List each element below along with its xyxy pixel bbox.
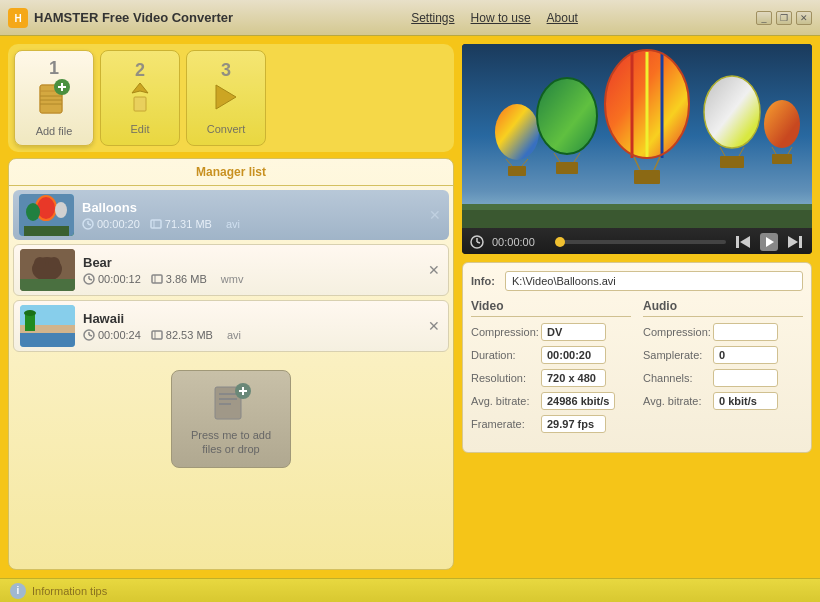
- video-audio-columns: Video Compression: DV Duration: 00:00:20…: [471, 299, 803, 438]
- minimize-button[interactable]: _: [756, 11, 772, 25]
- about-link[interactable]: About: [547, 11, 578, 25]
- duration-balloons: 00:00:20: [82, 218, 140, 230]
- skip-back-icon[interactable]: [734, 233, 752, 251]
- close-button[interactable]: ✕: [796, 11, 812, 25]
- manager-section: Manager list: [8, 158, 454, 570]
- titlebar-nav: Settings How to use About: [411, 11, 578, 25]
- svg-point-17: [55, 202, 67, 218]
- settings-link[interactable]: Settings: [411, 11, 454, 25]
- file-info-hawaii: Hawaii 00:00:24 82.53 MB avi: [83, 311, 426, 341]
- close-bear[interactable]: ✕: [426, 262, 442, 278]
- duration-label: Duration:: [471, 349, 541, 361]
- size-balloons: 71.31 MB: [150, 218, 212, 230]
- svg-rect-70: [634, 170, 660, 184]
- svg-rect-45: [219, 393, 237, 395]
- file-info-balloons: Balloons 00:00:20 71.31 MB avi: [82, 200, 427, 230]
- file-item-balloons[interactable]: Balloons 00:00:20 71.31 MB avi: [13, 190, 449, 240]
- compression-label: Compression:: [471, 326, 541, 338]
- compression-row: Compression: DV: [471, 323, 631, 341]
- a-compression-row: Compression:: [643, 323, 803, 341]
- svg-line-31: [89, 279, 92, 280]
- a-compression-label: Compression:: [643, 326, 713, 338]
- step-1-add-file[interactable]: 1 Add file: [14, 50, 94, 146]
- svg-rect-22: [151, 220, 161, 228]
- step-1-number: 1: [49, 59, 59, 77]
- file-meta-bear: 00:00:12 3.86 MB wmv: [83, 273, 426, 285]
- duration-hawaii: 00:00:24: [83, 329, 141, 341]
- svg-rect-46: [219, 398, 237, 400]
- info-panel: Info: K:\Video\Balloons.avi Video Compre…: [462, 262, 812, 453]
- a-avg-bitrate-row: Avg. bitrate: 0 kbit/s: [643, 392, 803, 410]
- convert-icon: [212, 81, 240, 119]
- titlebar-left: H HAMSTER Free Video Converter: [8, 8, 233, 28]
- svg-point-27: [48, 257, 60, 269]
- skip-forward-icon[interactable]: [786, 233, 804, 251]
- add-files-label: Press me to addfiles or drop: [191, 428, 271, 457]
- file-list: Balloons 00:00:20 71.31 MB avi: [9, 186, 453, 569]
- svg-point-76: [764, 100, 800, 148]
- file-name-hawaii: Hawaii: [83, 311, 426, 326]
- svg-rect-62: [556, 162, 578, 174]
- framerate-row: Framerate: 29.97 fps: [471, 415, 631, 433]
- clock-icon: [470, 235, 484, 249]
- svg-rect-75: [720, 156, 744, 168]
- format-hawaii: avi: [227, 329, 241, 341]
- steps-row: 1 Add file 2: [8, 44, 454, 152]
- format-bear: wmv: [221, 273, 244, 285]
- resolution-row: Resolution: 720 x 480: [471, 369, 631, 387]
- audio-column: Audio Compression: Samplerate: 0 Channel…: [643, 299, 803, 438]
- svg-rect-38: [24, 310, 36, 316]
- step-2-edit[interactable]: 2 Edit: [100, 50, 180, 146]
- resolution-value: 720 x 480: [541, 369, 606, 387]
- play-button[interactable]: [760, 233, 778, 251]
- svg-rect-79: [772, 154, 792, 164]
- svg-rect-87: [799, 236, 802, 248]
- channels-label: Channels:: [643, 372, 713, 384]
- step-3-convert[interactable]: 3 Convert: [186, 50, 266, 146]
- file-item-hawaii[interactable]: Hawaii 00:00:24 82.53 MB avi: [13, 300, 449, 352]
- svg-point-16: [26, 203, 40, 221]
- channels-row: Channels:: [643, 369, 803, 387]
- status-text: Information tips: [32, 585, 107, 597]
- how-to-use-link[interactable]: How to use: [471, 11, 531, 25]
- info-icon: i: [10, 583, 26, 599]
- file-name-balloons: Balloons: [82, 200, 427, 215]
- samplerate-value: 0: [713, 346, 778, 364]
- close-hawaii[interactable]: ✕: [426, 318, 442, 334]
- video-column: Video Compression: DV Duration: 00:00:20…: [471, 299, 631, 438]
- svg-rect-53: [462, 204, 812, 210]
- title-bar: H HAMSTER Free Video Converter Settings …: [0, 0, 820, 36]
- avg-bitrate-label: Avg. bitrate:: [471, 395, 541, 407]
- svg-rect-47: [219, 403, 231, 405]
- window-controls: _ ❐ ✕: [756, 11, 812, 25]
- duration-bear: 00:00:12: [83, 273, 141, 285]
- step-2-number: 2: [135, 61, 145, 79]
- a-avg-bitrate-value: 0 kbit/s: [713, 392, 778, 410]
- progress-bar[interactable]: [555, 240, 726, 244]
- svg-line-21: [88, 224, 91, 225]
- svg-marker-88: [788, 236, 798, 248]
- framerate-label: Framerate:: [471, 418, 541, 430]
- samplerate-row: Samplerate: 0: [643, 346, 803, 364]
- time-display: 00:00:00: [492, 236, 547, 248]
- add-files-icon: [211, 381, 251, 424]
- restore-button[interactable]: ❐: [776, 11, 792, 25]
- audio-col-header: Audio: [643, 299, 803, 317]
- video-canvas: [462, 44, 812, 228]
- add-files-button[interactable]: Press me to addfiles or drop: [171, 370, 291, 468]
- channels-value: [713, 369, 778, 387]
- file-item-bear[interactable]: Bear 00:00:12 3.86 MB wmv: [13, 244, 449, 296]
- step-3-label: Convert: [207, 123, 246, 135]
- svg-line-41: [89, 335, 92, 336]
- main-content: 1 Add file 2: [0, 36, 820, 578]
- svg-rect-83: [736, 236, 739, 248]
- size-hawaii: 82.53 MB: [151, 329, 213, 341]
- close-balloons[interactable]: ✕: [427, 207, 443, 223]
- file-name-bear: Bear: [83, 255, 426, 270]
- resolution-label: Resolution:: [471, 372, 541, 384]
- size-bear: 3.86 MB: [151, 273, 207, 285]
- file-thumb-balloons: [19, 194, 74, 236]
- svg-text:H: H: [14, 13, 21, 24]
- left-panel: 1 Add file 2: [8, 44, 454, 570]
- info-path: K:\Video\Balloons.avi: [505, 271, 803, 291]
